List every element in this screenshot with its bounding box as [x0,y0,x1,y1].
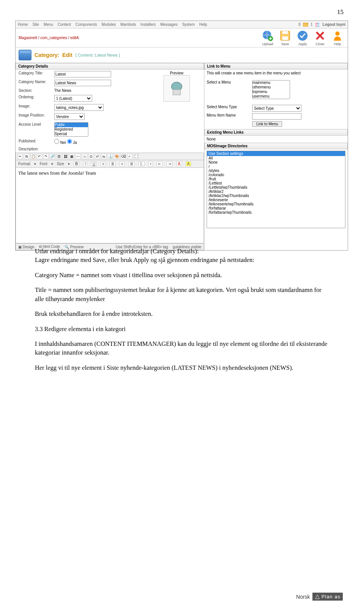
color-icon[interactable]: 🎨 [114,154,119,159]
joomla-admin-screenshot: Home Site Menu Content Components Module… [15,21,348,251]
ordering-select[interactable]: 1 (Latest) [54,95,92,102]
list-item[interactable]: / [207,164,345,169]
menu-item-name-input[interactable] [252,113,301,120]
image-icon[interactable]: 🖼 [63,154,68,159]
fontcolor-icon[interactable]: A [176,161,182,166]
logout-link[interactable]: Logout toyni [322,22,345,27]
copy-icon[interactable]: ⧉ [24,154,29,159]
hr-icon[interactable]: — [75,154,81,159]
bgcolor-icon[interactable]: A [186,161,191,166]
redo-icon[interactable]: ↷ [43,154,49,159]
char-icon[interactable]: Ω [88,154,94,159]
list-item[interactable]: /teikneserie/wpThumbnails [207,202,345,206]
paste-icon[interactable]: 📋 [30,154,36,159]
image-preview [163,75,190,102]
menu-home[interactable]: Home [18,22,28,27]
menu-messages[interactable]: Messages [160,22,178,27]
unlink-icon[interactable]: ⛓ [56,154,61,159]
admin-menubar: Home Site Menu Content Components Module… [16,21,348,28]
ul-icon[interactable]: • [148,161,153,166]
help-button[interactable]: Help [332,30,343,46]
clean-icon[interactable]: ⌫ [121,154,126,159]
svg-point-1 [315,22,317,24]
link-icon[interactable]: 🔗 [50,154,55,159]
italic-icon[interactable]: I [83,161,87,166]
mosimage-dirs-header: MOSImage Directories [204,143,348,149]
close-button[interactable]: Close [314,30,326,46]
image-select[interactable]: taking_notes.jpg [54,104,104,111]
svg-rect-6 [282,31,288,34]
list-item[interactable]: /forfattarar/wpThumbnails [207,210,345,215]
ol-icon[interactable]: 1. [138,161,144,166]
menu-installers[interactable]: Installers [141,22,156,27]
apply-button[interactable]: Apply [297,30,308,46]
published-yes-radio[interactable] [67,139,72,144]
align-right-icon[interactable]: ≡ [119,161,125,166]
menu-mambots[interactable]: Mambots [120,22,136,27]
list-item[interactable]: /fruit [207,177,345,181]
sub-icon[interactable]: x₂ [101,154,107,159]
bold-icon[interactable]: B [74,161,79,166]
svg-point-9 [335,31,339,35]
imgpos-select[interactable]: Venstre [54,113,85,120]
underline-icon[interactable]: U [91,161,97,166]
menu-site[interactable]: Site [33,22,39,27]
outdent-icon[interactable]: ⇤ [157,161,163,166]
upload-button[interactable]: Upload [262,30,273,46]
cat-title-input[interactable] [54,71,111,77]
anchor-icon[interactable]: ⚓ [108,154,113,159]
menu-modules[interactable]: Modules [102,22,116,27]
mosimage-dirs-list[interactable]: Use Section settings All None / /styles … [207,151,345,228]
undo-icon[interactable]: ↶ [37,154,42,159]
menu-menu[interactable]: Menu [44,22,53,27]
list-item[interactable]: /Artiklar2/wpThumbnails [207,194,345,198]
select-menu-list[interactable]: mainmenu othermenu topmenu usermenu [252,80,290,99]
super-icon[interactable]: x² [95,154,100,159]
footer-brand: Norsk [296,594,310,600]
access-level-select[interactable]: Public Registered Special [54,122,88,137]
menu-components[interactable]: Components [75,22,97,27]
list-item[interactable]: /Lettlest [207,181,345,185]
smile-icon[interactable]: ☺ [82,154,87,159]
editor-body[interactable]: The latest news from the Joomla! Team [16,167,204,243]
format-dropdown[interactable]: Format [18,162,30,166]
align-left-icon[interactable]: ≡ [100,161,106,166]
list-item[interactable]: None [207,160,345,164]
save-button[interactable]: Save [279,30,291,46]
menu-help[interactable]: Help [199,22,207,27]
mosimage-selected[interactable]: Use Section settings [207,151,345,156]
paragraph: Utfør endringar i området for kategoride… [35,247,329,265]
svg-rect-11 [173,90,180,95]
indent-icon[interactable]: ⇥ [166,161,173,166]
paragraph: Her legg vi til nye element i Siste nyhe… [35,363,329,372]
list-item[interactable]: /Artiklar2 [207,189,345,194]
list-item[interactable]: /styles [207,169,345,173]
breadcrumb: Magasinett / com_categories / editA [16,36,262,40]
full-icon[interactable]: ⛶ [133,154,139,159]
spell-icon[interactable]: ✓ [127,154,132,159]
existing-menu-links-header: Existing Menu Links [204,129,348,136]
align-justify-icon[interactable]: ≣ [129,161,135,166]
published-no-radio[interactable] [54,139,59,144]
align-center-icon[interactable]: ≣ [110,161,116,166]
design-tab[interactable]: Design [23,245,35,249]
cat-name-input[interactable] [54,80,111,86]
menu-content[interactable]: Content [58,22,71,27]
list-item[interactable]: All [207,156,345,160]
list-item[interactable]: /Lettlest/wpThumbnails [207,185,345,189]
section-heading: 3.3 Redigere elementa i ein kategori [35,325,329,333]
menu-system[interactable]: System [182,22,195,27]
mail-count: 0 [298,22,301,27]
list-item[interactable]: /colorado [207,173,345,177]
menu-type-select[interactable]: Select Type [252,105,301,112]
list-item[interactable]: /forfattarar [207,206,345,210]
font-dropdown[interactable]: Font [40,162,47,166]
size-dropdown[interactable]: Size [57,162,64,166]
svg-rect-7 [282,36,288,39]
cut-icon[interactable]: ✂ [17,154,23,159]
link-to-menu-button[interactable]: Link to Menu [252,121,282,127]
select-menu-label: Select a Menu [207,80,252,84]
table-icon[interactable]: ▦ [69,154,74,159]
page-titlebar: Category: Edit [ Content: Latest News ] [16,47,348,63]
list-item[interactable]: /teikneserie [207,198,345,202]
